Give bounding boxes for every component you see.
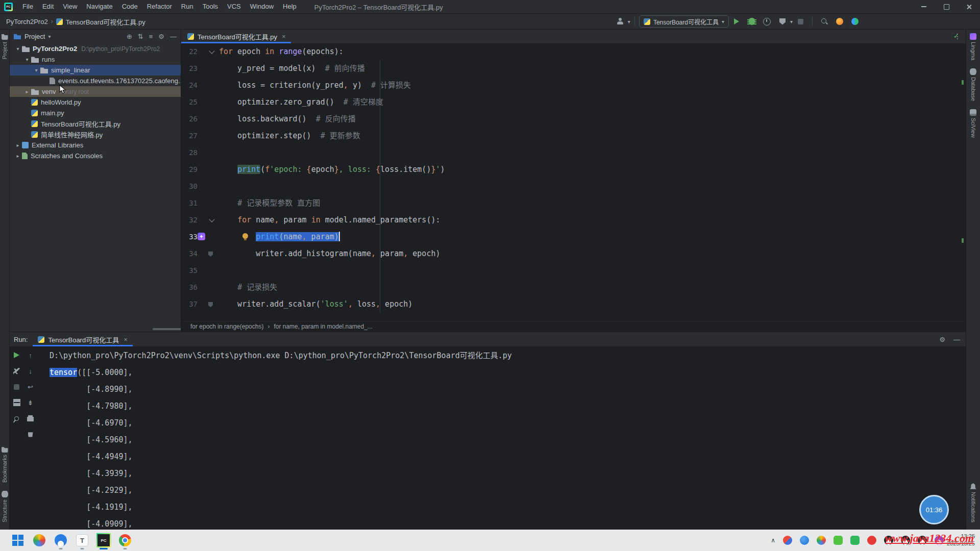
tree-item-venv[interactable]: ▸venvlibrary root	[10, 86, 181, 97]
menu-window[interactable]: Window	[246, 3, 278, 10]
debug-button[interactable]	[745, 16, 758, 27]
tool-window-tab-structure[interactable]: Structure	[0, 487, 9, 527]
menu-tools[interactable]: Tools	[198, 3, 223, 10]
editor-breadcrumb-item[interactable]: for epoch in range(epochs)	[190, 323, 263, 330]
tree-expand-icon[interactable]: ▸	[23, 89, 31, 94]
project-panel-title[interactable]: Project	[24, 33, 45, 40]
tray-shield-icon-0[interactable]	[783, 536, 792, 545]
menu-vcs[interactable]: VCS	[223, 3, 246, 10]
locate-file-icon[interactable]: ⊕	[127, 33, 132, 40]
tab-close-icon[interactable]: ×	[282, 33, 286, 40]
expand-collapse-icon[interactable]: ⇅	[138, 33, 143, 40]
maximize-button[interactable]	[935, 0, 958, 13]
profile-button[interactable]	[761, 16, 774, 27]
tree-expand-icon[interactable]: ▸	[14, 142, 22, 148]
clear-button[interactable]	[26, 430, 35, 439]
run-console-output[interactable]: D:\python_pro\PyTorch2Pro2\venv\Scripts\…	[37, 346, 966, 530]
pin-button[interactable]	[12, 414, 21, 423]
tree-item-main-py[interactable]: main.py	[10, 108, 181, 118]
scrollend-button[interactable]: ⇟	[26, 398, 35, 407]
tree-item-runs[interactable]: ▾runs	[10, 54, 181, 65]
run-settings-gear-icon[interactable]: ⚙	[939, 336, 945, 343]
close-button[interactable]	[958, 0, 980, 13]
stop-button[interactable]	[794, 16, 807, 27]
taskbar-chrome-button[interactable]	[118, 533, 132, 547]
tool-window-tab-sciview[interactable]: SciView	[966, 105, 980, 142]
tray-red-icon-5[interactable]	[867, 536, 876, 545]
ai-assistant-button[interactable]	[848, 16, 862, 27]
tool-window-tab-bookmarks[interactable]: Bookmarks	[0, 442, 9, 487]
run-tab[interactable]: TensorBoard可视化工具 ×	[33, 332, 132, 346]
tool-window-tab-lingma[interactable]: Lingma	[966, 29, 980, 64]
tree-item-helloworld-py[interactable]: helloWorld.py	[10, 97, 181, 108]
fold-arrow-icon[interactable]	[209, 48, 214, 54]
code-editor[interactable]: 22for epoch in range(epochs):23 y_pred =…	[181, 43, 966, 321]
settings-button[interactable]	[12, 366, 21, 375]
view-options-icon[interactable]: ≡	[149, 33, 153, 40]
tree-item-simple-linear[interactable]: ▾simple_linear	[10, 65, 181, 76]
editor-breadcrumb-item[interactable]: for name, param in model.named_...	[274, 323, 372, 330]
horizontal-scrollbar[interactable]	[153, 328, 181, 330]
taskbar-notes-button[interactable]: T	[75, 533, 89, 547]
tree-expand-icon[interactable]: ▸	[14, 153, 22, 159]
user-profile-button[interactable]	[614, 16, 627, 27]
tree-collapse-icon[interactable]: ▾	[14, 46, 22, 52]
down-button[interactable]: ↓	[26, 366, 35, 375]
menu-run[interactable]: Run	[177, 3, 198, 10]
taskbar-pycharm-button[interactable]: PC	[96, 533, 111, 547]
intention-bulb-icon[interactable]	[242, 233, 248, 239]
tree-item-tensorboard-py[interactable]: TensorBoard可视化工具.py	[10, 118, 181, 129]
tree-item-pytorch2pro2[interactable]: ▾PyTorch2Pro2D:\python_pro\PyTorch2Pro2	[10, 43, 181, 54]
run-more-dropdown-icon[interactable]: ▾	[790, 19, 793, 24]
menu-view[interactable]: View	[58, 3, 82, 10]
coverage-button[interactable]	[776, 16, 789, 27]
rerun-button[interactable]	[12, 350, 21, 360]
editor-tab[interactable]: TensorBoard可视化工具.py ×	[181, 29, 291, 43]
minimize-button[interactable]	[913, 0, 935, 13]
taskbar-pinwheel-button[interactable]	[32, 533, 46, 547]
inspections-ok-icon[interactable]: ✓	[953, 32, 959, 40]
taskbar-start-button[interactable]	[11, 533, 25, 547]
up-button[interactable]: ↑	[26, 350, 35, 360]
menu-code[interactable]: Code	[117, 3, 142, 10]
stop-button[interactable]	[12, 382, 21, 391]
tool-window-tab-database[interactable]: Database	[966, 64, 980, 105]
run-button[interactable]	[730, 16, 743, 27]
menu-navigate[interactable]: Navigate	[82, 3, 117, 10]
menu-refactor[interactable]: Refactor	[142, 3, 177, 10]
tool-window-tab-notifications[interactable]: Notifications	[966, 479, 980, 527]
tray-wxfile-icon-4[interactable]	[850, 536, 860, 545]
hide-panel-icon[interactable]: —	[170, 33, 177, 40]
tree-item-external-libraries[interactable]: ▸External Libraries	[10, 140, 181, 151]
run-configuration-select[interactable]: TensorBoard可视化工具 ▾	[639, 15, 729, 28]
tray-qblue-icon-1[interactable]	[800, 536, 809, 545]
search-everywhere-button[interactable]	[818, 16, 831, 27]
code-token: y_pred = model(x)	[219, 64, 316, 73]
taskbar-browser-button[interactable]	[54, 533, 68, 547]
settings-gear-icon[interactable]: ⚙	[158, 33, 164, 40]
tray-wechat-icon-3[interactable]	[834, 536, 843, 545]
project-view-dropdown-icon[interactable]: ▾	[48, 34, 51, 39]
tree-item-scratches-and-consoles[interactable]: ▸Scratches and Consoles	[10, 151, 181, 161]
breadcrumb-file[interactable]: TensorBoard可视化工具.py	[66, 17, 145, 27]
breadcrumb-project[interactable]: PyTorch2Pro2	[6, 18, 48, 26]
tree-item-py[interactable]: 简单线性神经网络.py	[10, 129, 181, 140]
tree-item-events-out-tfevents-1761370225-caofeng-13[interactable]: events.out.tfevents.1761370225.caofeng.1…	[10, 76, 181, 86]
fold-arrow-icon[interactable]	[209, 216, 214, 222]
tree-collapse-icon[interactable]: ▾	[23, 57, 31, 62]
softwrap-button[interactable]: ↩	[26, 382, 35, 391]
tool-window-tab-project[interactable]: Project	[0, 29, 9, 63]
user-dropdown-icon[interactable]: ▾	[628, 19, 630, 24]
update-button[interactable]	[833, 16, 846, 27]
tree-collapse-icon[interactable]: ▾	[32, 67, 40, 73]
layout-button[interactable]	[12, 398, 21, 407]
run-minimize-icon[interactable]: —	[953, 336, 960, 343]
run-tab-close-icon[interactable]: ×	[124, 336, 128, 343]
menu-file[interactable]: File	[18, 3, 38, 10]
menu-edit[interactable]: Edit	[38, 3, 58, 10]
tray-swirl-icon-2[interactable]	[817, 536, 826, 545]
ai-suggestion-icon[interactable]	[198, 233, 205, 240]
menu-help[interactable]: Help	[278, 3, 301, 10]
print-button[interactable]	[26, 414, 35, 423]
tray-expand-chevron-icon[interactable]: ∧	[771, 537, 775, 544]
